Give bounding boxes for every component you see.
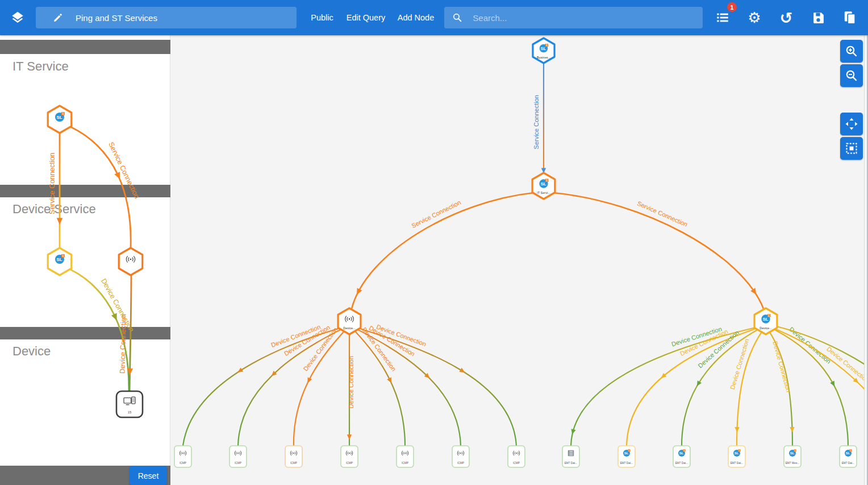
svg-text:1: 1 xyxy=(62,254,64,258)
server-icon xyxy=(568,450,574,457)
sidebar-minimap-svg: Service ConnectionService ConnectionDevi… xyxy=(0,35,170,485)
save-button[interactable] xyxy=(807,6,829,29)
node-em7-device[interactable]: EM7 Dat... xyxy=(562,446,579,467)
node-icmp-device[interactable]: ICMP xyxy=(452,446,469,467)
graph-edge[interactable] xyxy=(238,325,349,446)
svg-text:1: 1 xyxy=(628,450,629,452)
fit-view-button[interactable] xyxy=(840,137,863,160)
svg-text:SL: SL xyxy=(679,451,684,455)
node-label: ICMP xyxy=(290,462,297,465)
graph-edge[interactable] xyxy=(766,325,868,433)
edge-label: Service Connection xyxy=(533,95,540,149)
fit-view-icon xyxy=(845,142,858,155)
graph-edge[interactable] xyxy=(70,127,131,248)
edge-arrow xyxy=(347,434,352,440)
svg-text:SL: SL xyxy=(541,46,546,51)
node-icmp-device[interactable]: ICMP xyxy=(397,446,414,467)
node-label: Device... xyxy=(343,326,356,330)
gear-icon: ⚙ xyxy=(748,10,761,25)
svg-text:SL: SL xyxy=(541,181,546,186)
node-icmp-device[interactable]: ICMP xyxy=(285,446,302,467)
topology-canvas-svg: Service ConnectionService ConnectionServ… xyxy=(170,35,868,485)
svg-text:SL: SL xyxy=(790,451,795,455)
node-label: Busines... xyxy=(537,56,551,59)
edge-label: Device Connection xyxy=(772,341,792,393)
node-icmp-device[interactable]: ICMP xyxy=(341,446,358,467)
graph-edge[interactable] xyxy=(737,326,766,446)
edge-arrow xyxy=(790,427,794,432)
save-icon xyxy=(811,11,825,25)
svg-text:SL: SL xyxy=(56,115,62,120)
node-label: ICMP xyxy=(346,462,353,465)
reload-layout-button[interactable]: ↺ xyxy=(775,6,798,29)
node-icmp-device[interactable]: ICMP xyxy=(174,446,191,467)
layers-icon xyxy=(10,10,25,25)
vertical-scrollbar[interactable] xyxy=(864,35,868,485)
svg-text:1: 1 xyxy=(546,44,548,47)
layer-sidebar: IT Service Device Service Device Service… xyxy=(0,35,170,485)
topology-canvas[interactable]: Service ConnectionService ConnectionServ… xyxy=(170,35,868,485)
layers-menu-button[interactable] xyxy=(8,9,27,27)
pan-button[interactable] xyxy=(840,113,863,135)
sidebar-node-it-service[interactable]: SL1 xyxy=(48,106,72,133)
node-em7-device[interactable]: SL1EM7 Dat... xyxy=(618,446,635,467)
zoom-in-icon xyxy=(845,44,858,58)
list-icon xyxy=(715,10,730,25)
node-business-service[interactable]: SL1Busines... xyxy=(533,38,554,63)
edit-pencil-icon xyxy=(53,13,63,23)
svg-text:SL: SL xyxy=(624,451,629,455)
node-label: ICMP xyxy=(235,462,241,465)
node-device-service-ping[interactable]: Device... xyxy=(338,308,361,334)
public-button[interactable]: Public xyxy=(306,0,339,35)
node-label: EM7 Dat... xyxy=(842,462,855,465)
edge-label: Service Connection xyxy=(636,200,688,227)
sidebar-node-device-service-st[interactable]: SL1 xyxy=(48,248,72,275)
node-icmp-device[interactable]: ICMP xyxy=(229,446,247,467)
svg-text:SL: SL xyxy=(735,451,739,455)
top-bar: Public Edit Query Add Node 1 ⚙ ↺ xyxy=(0,0,868,35)
zoom-out-icon xyxy=(845,69,858,82)
settings-button[interactable]: ⚙ xyxy=(743,6,766,29)
node-label: 15 xyxy=(128,411,132,414)
node-em7-device[interactable]: SL1EM7 Dat... xyxy=(728,446,745,467)
reset-button[interactable]: Reset xyxy=(130,466,167,485)
search-icon xyxy=(452,12,462,23)
svg-text:SL: SL xyxy=(763,317,769,322)
node-label: ICMP xyxy=(180,462,186,465)
node-em7-device[interactable]: SL1EM7 Dat... xyxy=(840,446,857,467)
node-label: EM7 Dat... xyxy=(731,462,744,465)
node-label: ICMP xyxy=(457,462,464,465)
refresh-icon: ↺ xyxy=(780,10,793,26)
svg-text:1: 1 xyxy=(62,112,64,115)
node-it-service[interactable]: SL1IT Servi... xyxy=(532,173,555,199)
edge-label: Service Connection xyxy=(48,153,56,214)
diagram-title-input[interactable] xyxy=(76,13,290,23)
sidebar-node-device-service-ping[interactable] xyxy=(119,248,143,275)
node-em7-device[interactable]: SL1EM7 Wes... xyxy=(784,446,801,467)
edge-arrow xyxy=(750,288,756,295)
edge-label: Device Connection xyxy=(825,345,868,384)
application-window: Public Edit Query Add Node 1 ⚙ ↺ xyxy=(0,0,868,485)
search-input[interactable] xyxy=(473,13,695,23)
svg-text:1: 1 xyxy=(768,314,770,317)
svg-text:1: 1 xyxy=(683,450,685,452)
node-device-service-st[interactable]: SL1Device... xyxy=(754,308,777,334)
edit-query-button[interactable]: Edit Query xyxy=(342,0,390,35)
svg-text:1: 1 xyxy=(546,179,548,182)
diagram-title-field[interactable] xyxy=(36,7,297,28)
zoom-in-button[interactable] xyxy=(840,40,863,63)
node-label: EM7 Dat... xyxy=(675,462,688,465)
zoom-out-button[interactable] xyxy=(840,64,863,87)
add-node-button[interactable]: Add Node xyxy=(393,0,439,35)
node-label: EM7 Wes... xyxy=(786,462,800,465)
sidebar-node-device[interactable]: 15 xyxy=(116,391,143,417)
node-icmp-device[interactable]: ICMP xyxy=(508,446,525,467)
node-label: ICMP xyxy=(513,462,520,465)
copy-button[interactable] xyxy=(838,6,861,29)
copy-icon xyxy=(842,10,857,25)
node-em7-device[interactable]: SL1EM7 Dat... xyxy=(673,446,690,467)
legend-list-button[interactable]: 1 xyxy=(711,6,734,29)
svg-text:1: 1 xyxy=(794,450,795,452)
svg-text:1: 1 xyxy=(850,450,851,452)
search-box[interactable] xyxy=(444,7,703,28)
